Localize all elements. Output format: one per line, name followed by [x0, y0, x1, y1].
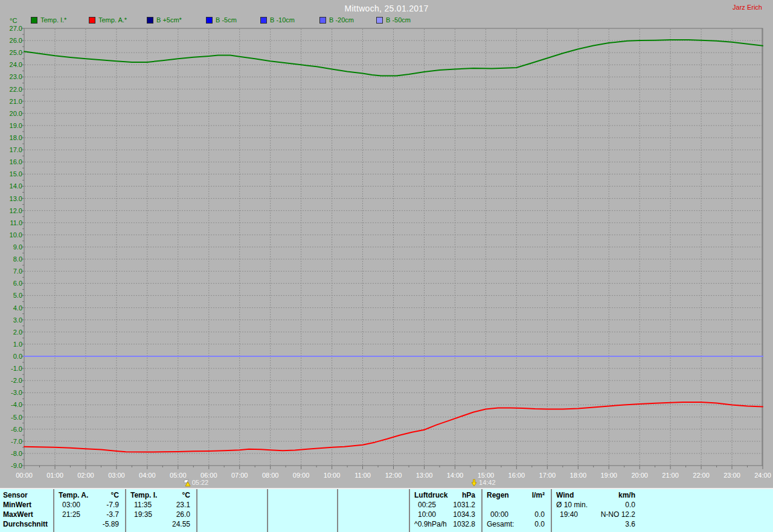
stat-value: 0.0 — [625, 500, 635, 510]
stat-value-row: 19:3526.0 — [126, 510, 195, 519]
y-axis-label: -5.0 — [11, 414, 22, 421]
sun-marker-time: 14:42 — [479, 479, 496, 487]
stat-value-row: Ø 10 min.0.0 — [552, 500, 640, 510]
sun-marker-rise: 05:22 — [184, 479, 209, 487]
stat-column-temp-a: Temp. A.°C03:00-7.921:25-3.7-5.89 — [54, 490, 124, 529]
x-axis-label: 19:00 — [600, 472, 617, 479]
y-axis-label: -4.0 — [11, 401, 22, 408]
x-axis-label: 03:00 — [108, 472, 125, 479]
table-column-separator — [337, 489, 338, 532]
y-axis-label: 13.0 — [10, 195, 22, 202]
stat-value-row: Gesamt:0.0 — [483, 519, 550, 529]
y-axis-label: 14.0 — [10, 182, 22, 190]
y-axis-label: -6.0 — [11, 426, 22, 433]
x-axis-label: 17:00 — [539, 472, 556, 479]
stat-row-label: MinWert — [0, 500, 52, 510]
stat-row-label: MaxWert — [0, 510, 52, 519]
stat-header-name: Luftdruck — [414, 490, 447, 500]
stat-column-luftdruck: LuftdruckhPa00:251031.210:001034.3^0.9hP… — [410, 490, 480, 529]
stat-value-row: 11:3523.1 — [126, 500, 195, 510]
y-axis-label: 19.0 — [10, 122, 22, 129]
stat-header-unit: °C — [111, 490, 119, 500]
x-axis-label: 02:00 — [77, 472, 94, 479]
stat-value: N-NO 12.2 — [601, 510, 635, 519]
y-axis-label: 23.0 — [10, 73, 22, 80]
y-axis-label: 15.0 — [10, 170, 22, 178]
stat-value-row: 19:40N-NO 12.2 — [552, 510, 640, 519]
stat-value-row: 21:25-3.7 — [54, 510, 124, 519]
stat-value: 0.0 — [534, 519, 545, 529]
stat-header-unit: l/m² — [532, 490, 545, 500]
y-axis-label: 8.0 — [13, 255, 22, 263]
stat-time: 10:00 — [418, 510, 436, 519]
stat-header-name: Wind — [556, 490, 574, 500]
stat-row-label: Durchschnitt — [0, 519, 52, 529]
sun-marker-set: 14:42 — [470, 479, 496, 487]
stat-value: 24.55 — [172, 519, 190, 529]
table-column-separator — [196, 489, 197, 532]
y-axis-label: -7.0 — [11, 438, 22, 445]
x-axis-label: 10:00 — [324, 472, 341, 479]
y-axis-label: 10.0 — [10, 231, 22, 239]
sun-marker-time: 05:22 — [192, 479, 209, 487]
stat-value-row: -5.89 — [54, 519, 124, 529]
y-axis-label: 25.0 — [10, 49, 22, 56]
y-axis-label: 0.0 — [13, 353, 22, 360]
y-axis-label: 6.0 — [13, 280, 22, 287]
stat-column-header: LuftdruckhPa — [410, 490, 480, 500]
y-axis-label: 24.0 — [10, 61, 22, 68]
y-axis-label: 26.0 — [10, 37, 22, 44]
table-column-separator — [267, 489, 268, 532]
x-axis-label: 24:00 — [754, 472, 771, 479]
stat-column-header: Temp. I.°C — [126, 490, 195, 500]
x-axis-label: 01:00 — [47, 472, 63, 479]
stat-time: Gesamt: — [487, 519, 514, 529]
stat-value-row — [483, 500, 550, 510]
y-axis-label: 16.0 — [10, 158, 22, 165]
stat-value: -5.89 — [103, 519, 119, 529]
y-axis-label: -2.0 — [11, 377, 22, 384]
y-axis-label: 11.0 — [10, 219, 22, 226]
stat-time: 03:00 — [62, 500, 80, 510]
stat-row-label: Sensor — [0, 490, 52, 500]
stat-header-name: Temp. A. — [59, 490, 88, 500]
stat-value: -3.7 — [106, 510, 119, 519]
stat-row-labels: SensorMinWertMaxWertDurchschnitt — [0, 490, 52, 529]
x-axis-label: 14:00 — [447, 472, 464, 479]
temperature-chart: 27.026.025.024.023.022.021.020.019.018.0… — [0, 0, 773, 488]
x-axis-label: 08:00 — [262, 472, 279, 479]
x-axis-label: 00:00 — [16, 472, 33, 479]
x-axis-label: 16:00 — [508, 472, 525, 479]
stat-value: 1031.2 — [453, 500, 475, 510]
stat-time: 11:35 — [134, 500, 152, 510]
stat-value: -7.9 — [106, 500, 119, 510]
y-axis-label: 3.0 — [13, 316, 22, 324]
stat-column-regen: Regenl/m²00:000.0Gesamt:0.0 — [483, 490, 550, 529]
x-axis-label: 15:00 — [478, 472, 495, 479]
x-axis-label: 09:00 — [293, 472, 310, 479]
x-axis-label: 04:00 — [139, 472, 156, 479]
y-axis-label: -9.0 — [11, 462, 22, 469]
stat-column-header: Regenl/m² — [483, 490, 550, 500]
stat-value: 1032.8 — [453, 519, 475, 529]
stat-value-row: 3.6 — [552, 519, 640, 529]
weather-app-window: { "header": { "title": "Mittwoch, 25.01.… — [0, 0, 773, 532]
x-axis-label: 05:00 — [170, 472, 187, 479]
stat-time: Ø 10 min. — [556, 500, 588, 510]
stat-column-header: Temp. A.°C — [54, 490, 124, 500]
y-axis-label: 20.0 — [10, 110, 22, 117]
y-axis-label: 4.0 — [13, 304, 22, 312]
x-axis-label: 11:00 — [354, 472, 371, 479]
y-axis-label: 17.0 — [10, 146, 22, 153]
stat-value: 1034.3 — [453, 510, 475, 519]
stat-value-row: 00:000.0 — [483, 510, 550, 519]
y-axis-label: 2.0 — [13, 328, 22, 336]
stat-time: 00:00 — [490, 510, 508, 519]
sunrise-icon — [184, 479, 191, 487]
stat-header-unit: °C — [182, 490, 190, 500]
stat-value-row: 10:001034.3 — [410, 510, 480, 519]
y-axis-label: 22.0 — [10, 86, 22, 93]
x-axis-label: 13:00 — [416, 472, 433, 479]
stat-value: 26.0 — [176, 510, 190, 519]
stat-value-row: 24.55 — [126, 519, 195, 529]
